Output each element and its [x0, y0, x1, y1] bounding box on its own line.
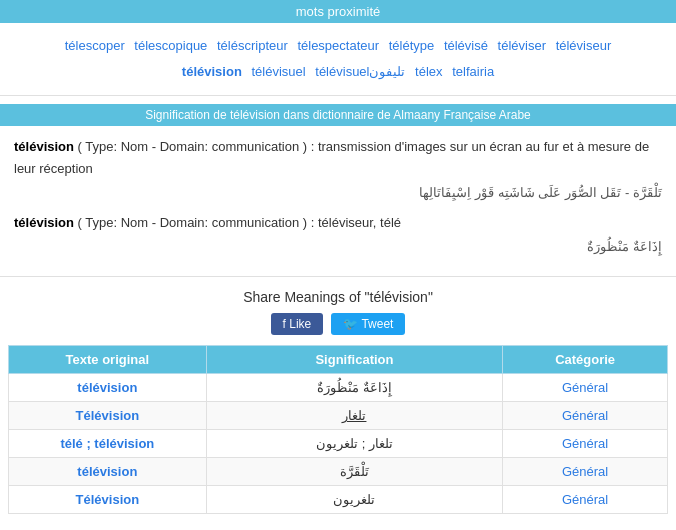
word-link[interactable]: télévisé — [444, 38, 488, 53]
word-link[interactable]: télévision — [182, 64, 242, 79]
meanings-section: télévision ( Type: Nom - Domain: communi… — [0, 126, 676, 277]
original-word-link[interactable]: Télévision — [76, 408, 140, 423]
like-label: Like — [289, 317, 311, 331]
table-cell-categorie: Général — [503, 402, 668, 430]
table-row: télé ; télévisionتلغار ; تلغريونGénéral — [9, 430, 668, 458]
dict-header-bar: Signification de télévision dans diction… — [0, 104, 676, 126]
word-link[interactable]: télescopique — [134, 38, 207, 53]
dict-header-title: Signification de télévision dans diction… — [145, 108, 531, 122]
original-word-link[interactable]: télé ; télévision — [60, 436, 154, 451]
col-header-original: Texte original — [9, 346, 207, 374]
table-cell-signification: إِذَاعَةٌ مَنْظُورَةٌ — [206, 374, 503, 402]
table-row: TélévisionتلغارGénéral — [9, 402, 668, 430]
words-proximity-section: télescoper télescopique téléscripteur té… — [0, 23, 676, 96]
signification-underline: تلغار — [342, 408, 366, 423]
table-cell-signification: تَلْقَرَّة — [206, 458, 503, 486]
table-cell-original: télévision — [9, 458, 207, 486]
results-table: Texte original Signification Catégorie t… — [8, 345, 668, 514]
share-title: Share Meanings of "télévision" — [8, 289, 668, 305]
col-header-categorie: Catégorie — [503, 346, 668, 374]
meaning-text: télévision ( Type: Nom - Domain: communi… — [14, 215, 401, 230]
twitter-icon: 🐦 — [343, 317, 358, 331]
table-cell-signification: تلغار — [206, 402, 503, 430]
meaning-text: télévision ( Type: Nom - Domain: communi… — [14, 139, 649, 176]
like-button[interactable]: f Like — [271, 313, 324, 335]
word-link[interactable]: télévisuelتليفون — [315, 64, 405, 79]
table-row: télévisionتَلْقَرَّةGénéral — [9, 458, 668, 486]
meaning-entry: télévision ( Type: Nom - Domain: communi… — [14, 212, 662, 258]
original-word-link[interactable]: télévision — [77, 464, 137, 479]
col-header-signification: Signification — [206, 346, 503, 374]
word-link[interactable]: télespectateur — [297, 38, 379, 53]
categorie-link[interactable]: Général — [562, 436, 608, 451]
categorie-link[interactable]: Général — [562, 380, 608, 395]
word-link[interactable]: téléviseur — [556, 38, 612, 53]
table-header-row: Texte original Signification Catégorie — [9, 346, 668, 374]
original-word-link[interactable]: Télévision — [76, 492, 140, 507]
share-section: Share Meanings of "télévision" f Like 🐦 … — [0, 277, 676, 530]
word-link[interactable]: télex — [415, 64, 442, 79]
header-bar: mots proximité — [0, 0, 676, 23]
table-cell-categorie: Général — [503, 458, 668, 486]
table-row: TélévisionتلغريونGénéral — [9, 486, 668, 514]
meaning-entry: télévision ( Type: Nom - Domain: communi… — [14, 136, 662, 204]
word-link[interactable]: téléviser — [498, 38, 546, 53]
header-title: mots proximité — [296, 4, 381, 19]
meaning-word: télévision — [14, 215, 74, 230]
meaning-arabic: إِذَاعَةٌ مَنْظُورَةٌ — [14, 236, 662, 258]
table-row: télévisionإِذَاعَةٌ مَنْظُورَةٌGénéral — [9, 374, 668, 402]
original-word-link[interactable]: télévision — [77, 380, 137, 395]
word-link[interactable]: telfairia — [452, 64, 494, 79]
table-cell-original: Télévision — [9, 486, 207, 514]
categorie-link[interactable]: Général — [562, 492, 608, 507]
table-cell-signification: تلغار ; تلغريون — [206, 430, 503, 458]
table-cell-categorie: Général — [503, 486, 668, 514]
meaning-arabic: تَلْقَرَّة - تَقَل الصُّوَر عَلَى شَاشَت… — [14, 182, 662, 204]
categorie-link[interactable]: Général — [562, 464, 608, 479]
word-link[interactable]: télévisuel — [251, 64, 305, 79]
categorie-link[interactable]: Général — [562, 408, 608, 423]
table-cell-original: Télévision — [9, 402, 207, 430]
word-link[interactable]: téléscripteur — [217, 38, 288, 53]
share-buttons: f Like 🐦 Tweet — [8, 313, 668, 335]
table-cell-categorie: Général — [503, 374, 668, 402]
table-cell-signification: تلغريون — [206, 486, 503, 514]
table-cell-original: télévision — [9, 374, 207, 402]
word-link[interactable]: télétype — [389, 38, 435, 53]
table-cell-original: télé ; télévision — [9, 430, 207, 458]
table-cell-categorie: Général — [503, 430, 668, 458]
word-link[interactable]: télescoper — [65, 38, 125, 53]
facebook-icon: f — [283, 317, 286, 331]
meaning-word: télévision — [14, 139, 74, 154]
tweet-label: Tweet — [361, 317, 393, 331]
tweet-button[interactable]: 🐦 Tweet — [331, 313, 405, 335]
